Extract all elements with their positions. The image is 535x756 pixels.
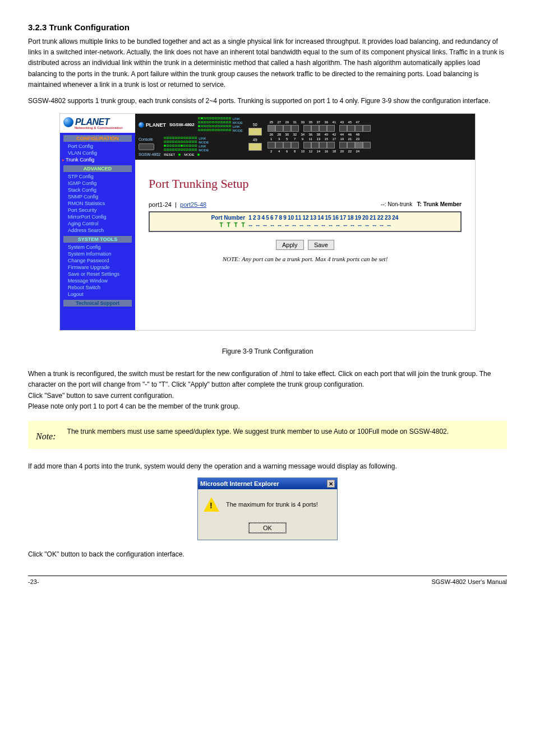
- page-title: Port Trunking Setup: [149, 177, 462, 191]
- port-state-14[interactable]: --: [312, 222, 320, 228]
- port-state-19[interactable]: --: [349, 222, 356, 228]
- port-col-24: 24: [392, 215, 398, 221]
- port-state-18[interactable]: --: [342, 222, 349, 228]
- port-state-5[interactable]: --: [247, 222, 254, 228]
- nav-header-configuration: CONFIGURATION: [63, 135, 132, 142]
- sidebar-item-vlan-config[interactable]: VLAN Config: [60, 150, 135, 156]
- logo-subtitle: Networking & Communication: [75, 126, 132, 129]
- port-col-1: 1: [248, 215, 252, 221]
- port-state-12[interactable]: --: [298, 222, 305, 228]
- nav-header-advanced: ADVANCED: [63, 165, 132, 172]
- led-block-bottom: LINK MODE LINK MODE: [164, 137, 209, 152]
- led-block-top: LINK MODE LINK MODE: [198, 117, 243, 132]
- sidebar-item-stp[interactable]: STP Config: [60, 173, 135, 180]
- legend: --: Non-trunk T: Trunk Member: [381, 201, 462, 208]
- sidebar-item-stack[interactable]: Stack Config: [60, 187, 135, 193]
- sidebar-item-reboot[interactable]: Reboot Switch: [60, 284, 135, 291]
- close-icon[interactable]: ✕: [327, 480, 335, 488]
- sidebar-item-port-security[interactable]: Port Security: [60, 207, 135, 214]
- port-state-6[interactable]: --: [254, 222, 261, 228]
- port-state-23[interactable]: --: [378, 222, 385, 228]
- reset-led-icon: [178, 154, 181, 156]
- dialog-message: The maximum for trunk is 4 ports!: [226, 501, 318, 508]
- main-content: PLANET SGSW-4802 LINK MODE LINK MODE: [135, 114, 475, 330]
- port-state-11[interactable]: --: [290, 222, 298, 228]
- port-state-15[interactable]: --: [320, 222, 327, 228]
- sidebar-item-address-search[interactable]: Address Search: [60, 227, 135, 234]
- port-state-2[interactable]: T: [225, 222, 232, 228]
- trunk-note: NOTE: Any port can be a trunk port. Max …: [149, 256, 462, 262]
- sidebar-item-system-config[interactable]: System Config: [60, 244, 135, 251]
- port-col-4: 4: [261, 215, 265, 221]
- sidebar-item-mirrorport[interactable]: MirrorPort Config: [60, 214, 135, 220]
- page-number: -23-: [28, 578, 39, 585]
- section-heading: 3.2.3 Trunk Configuration: [28, 22, 507, 32]
- mode-label: MODE: [184, 153, 194, 156]
- logo: PLANET Networking & Communication: [60, 114, 135, 133]
- sidebar-item-logout[interactable]: Logout: [60, 291, 135, 298]
- port-state-21[interactable]: --: [363, 222, 371, 228]
- body-text: When a trunk is reconfigured, the switch…: [28, 369, 507, 412]
- sidebar-item-system-info[interactable]: System Information: [60, 251, 135, 257]
- port-state-7[interactable]: --: [261, 222, 269, 228]
- port-col-23: 23: [385, 215, 391, 221]
- port-col-7: 7: [275, 215, 278, 221]
- port-state-17[interactable]: --: [334, 222, 342, 228]
- sidebar-item-rmon[interactable]: RMON Statistics: [60, 200, 135, 207]
- port-state-22[interactable]: --: [371, 222, 378, 228]
- port-col-5: 5: [266, 215, 269, 221]
- port-col-11: 11: [295, 215, 301, 221]
- port-range-25-48-link[interactable]: port25-48: [180, 201, 206, 208]
- port-col-20: 20: [362, 215, 368, 221]
- warning-icon: [204, 497, 219, 512]
- nav-header-support[interactable]: Technical Support: [63, 300, 132, 307]
- port-col-6: 6: [270, 215, 274, 221]
- sfp-port-icon: ▭: [248, 128, 262, 136]
- port-state-3[interactable]: T: [232, 222, 239, 228]
- save-button[interactable]: Save: [308, 240, 334, 250]
- sidebar-item-trunk-config[interactable]: Trunk Config: [60, 156, 135, 163]
- port-col-9: 9: [283, 215, 287, 221]
- reset-label: RESET: [164, 153, 175, 156]
- console-port-icon: [139, 143, 154, 150]
- port-state-10[interactable]: --: [283, 222, 290, 228]
- alert-dialog: Microsoft Internet Explorer ✕ The maximu…: [197, 477, 338, 540]
- port-state-13[interactable]: --: [305, 222, 312, 228]
- sidebar-item-igmp[interactable]: IGMP Config: [60, 180, 135, 187]
- section-paragraph-1: Port trunk allows multiple links to be b…: [28, 36, 507, 90]
- port-col-21: 21: [370, 215, 376, 221]
- trunk-table: Port Number 1234567891011121314151617181…: [149, 211, 462, 232]
- note-text: The trunk members must use same speed/du…: [67, 426, 449, 437]
- sidebar-item-snmp[interactable]: SNMP Config: [60, 193, 135, 200]
- port-state-20[interactable]: --: [356, 222, 363, 228]
- port-number-header: Port Number: [211, 215, 246, 221]
- port-state-9[interactable]: --: [276, 222, 283, 228]
- port-col-8: 8: [279, 215, 282, 221]
- port-col-15: 15: [325, 215, 331, 221]
- port-state-1[interactable]: T: [218, 222, 225, 228]
- port-col-19: 19: [355, 215, 361, 221]
- section-paragraph-2: SGSW-4802 supports 1 trunk group, each t…: [28, 96, 507, 106]
- port-grid: 252729313335373941434547 262830323436384…: [268, 120, 371, 153]
- port-col-12: 12: [303, 215, 309, 221]
- note-label: Note:: [36, 426, 56, 443]
- sidebar-item-aging[interactable]: Aging Control: [60, 220, 135, 227]
- sidebar-item-save-reset[interactable]: Save or Reset Settings: [60, 271, 135, 277]
- port-col-18: 18: [347, 215, 353, 221]
- apply-button[interactable]: Apply: [276, 240, 304, 250]
- uplink-49: 49 ▭: [248, 138, 262, 151]
- nav-header-system-tools: SYSTEM TOOLS: [63, 236, 132, 243]
- port-state-24[interactable]: --: [385, 222, 393, 228]
- ok-button[interactable]: OK: [249, 523, 286, 533]
- sidebar-item-port-config[interactable]: Port Config: [60, 143, 135, 150]
- port-state-16[interactable]: --: [327, 222, 334, 228]
- figure-caption: Figure 3-9 Trunk Configuration: [28, 347, 507, 355]
- dialog-title: Microsoft Internet Explorer: [200, 480, 279, 487]
- port-state-8[interactable]: --: [269, 222, 276, 228]
- device-logo: PLANET: [139, 122, 166, 128]
- sidebar-item-change-password[interactable]: Change Password: [60, 257, 135, 264]
- sidebar-item-firmware[interactable]: Firmware Upgrade: [60, 264, 135, 271]
- device-panel: PLANET SGSW-4802 LINK MODE LINK MODE: [135, 114, 475, 160]
- port-state-4[interactable]: T: [239, 222, 247, 228]
- sidebar-item-message-window[interactable]: Message Window: [60, 277, 135, 284]
